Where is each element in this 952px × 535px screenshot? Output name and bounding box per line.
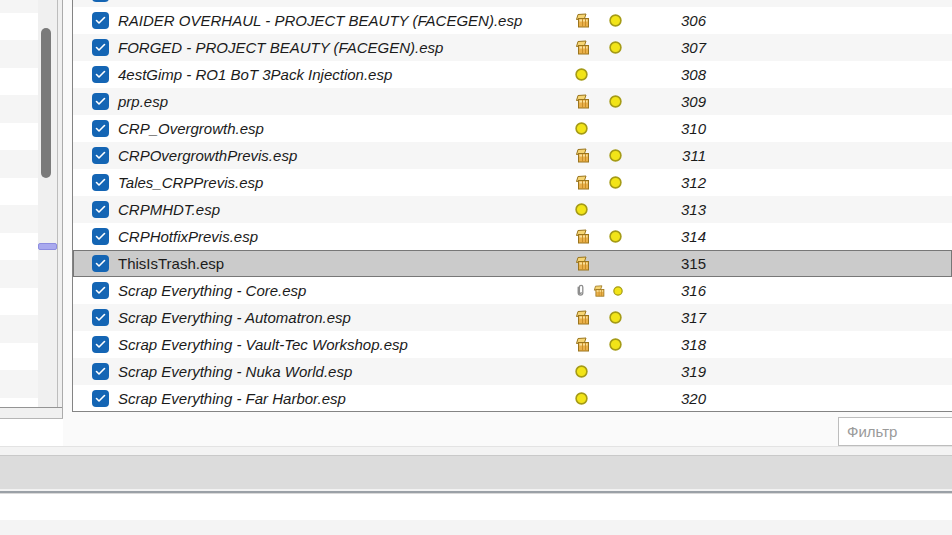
- crate-icon: [593, 285, 606, 297]
- plugin-row[interactable]: CRP_Overgrowth.esp 310: [73, 115, 952, 142]
- plugin-checkbox[interactable]: [92, 390, 109, 407]
- plugin-checkbox[interactable]: [92, 255, 109, 272]
- plugin-priority: 310: [633, 115, 706, 142]
- plugin-row[interactable]: Scrap Everything - Vault-Tec Workshop.es…: [73, 331, 952, 358]
- plugin-row[interactable]: prp.esp 309: [73, 88, 952, 115]
- checkmark-icon: [95, 286, 106, 295]
- plugin-priority: 308: [633, 61, 706, 88]
- plugin-checkbox[interactable]: [92, 93, 109, 110]
- status-bar: [0, 455, 952, 489]
- plugin-checkbox[interactable]: [92, 39, 109, 56]
- plugin-row[interactable]: CRPHotfixPrevis.esp 314: [73, 223, 952, 250]
- plugin-priority: 309: [633, 88, 706, 115]
- checkmark-icon: [95, 97, 106, 106]
- plugin-row[interactable]: ThisIsTrash.esp 315: [73, 250, 952, 277]
- plugin-name: ThisIsTrash.esp: [118, 250, 224, 277]
- checkmark-icon: [95, 340, 106, 349]
- plugin-name: Scrap Everything - Far Harbor.esp: [118, 385, 346, 412]
- plugin-name: Scrap Everything - Nuka World.esp: [118, 358, 352, 385]
- plugin-row[interactable]: CRPOvergrowthPrevis.esp 311: [73, 142, 952, 169]
- coin-icon: [609, 230, 622, 243]
- plugin-checkbox[interactable]: [92, 12, 109, 29]
- plugin-name: prp.esp: [118, 88, 168, 115]
- plugin-flags: [575, 142, 622, 169]
- plugin-checkbox[interactable]: [92, 0, 109, 2]
- plugin-row[interactable]: [73, 0, 952, 7]
- plugin-name: FORGED - PROJECT BEAUTY (FACEGEN).esp: [118, 34, 443, 61]
- crate-icon: [575, 310, 591, 325]
- coin-icon: [609, 95, 622, 108]
- plugin-row[interactable]: CRPMHDT.esp 313: [73, 196, 952, 223]
- checkmark-icon: [95, 43, 106, 52]
- plugin-checkbox[interactable]: [92, 174, 109, 191]
- plugin-row[interactable]: Tales_CRPPrevis.esp 312: [73, 169, 952, 196]
- plugin-row[interactable]: Scrap Everything - Core.esp 316: [73, 277, 952, 304]
- plugin-priority: 313: [633, 196, 706, 223]
- plugin-flags: [575, 223, 622, 250]
- plugin-row[interactable]: RAIDER OVERHAUL - PROJECT BEAUTY (FACEGE…: [73, 7, 952, 34]
- coin-icon: [609, 311, 622, 324]
- plugin-row[interactable]: Scrap Everything - Automatron.esp 317: [73, 304, 952, 331]
- plugin-checkbox[interactable]: [92, 228, 109, 245]
- checkmark-icon: [95, 313, 106, 322]
- plugin-name: Scrap Everything - Automatron.esp: [118, 304, 351, 331]
- crate-icon: [575, 256, 591, 271]
- plugin-checkbox[interactable]: [92, 120, 109, 137]
- plugin-flags: [575, 304, 622, 331]
- coin-icon: [609, 176, 622, 189]
- plugin-flags: [575, 358, 588, 385]
- plugin-filter-input[interactable]: [838, 417, 952, 446]
- plugin-name: Tales_CRPPrevis.esp: [118, 169, 263, 196]
- checkmark-icon: [95, 178, 106, 187]
- bottom-panel: [0, 494, 952, 520]
- plugin-list-pane: RAIDER OVERHAUL - PROJECT BEAUTY (FACEGE…: [63, 0, 952, 447]
- checkmark-icon: [95, 259, 106, 268]
- plugin-row[interactable]: 4estGimp - RO1 BoT 3Pack Injection.esp 3…: [73, 61, 952, 88]
- plugin-flags: [575, 115, 588, 142]
- plugin-priority: 316: [633, 277, 706, 304]
- crate-icon: [575, 175, 591, 190]
- coin-icon: [609, 338, 622, 351]
- checkmark-icon: [95, 394, 106, 403]
- checkmark-icon: [95, 70, 106, 79]
- plugin-checkbox[interactable]: [92, 309, 109, 326]
- crate-icon: [575, 40, 591, 55]
- checkmark-icon: [95, 232, 106, 241]
- checkmark-icon: [95, 367, 106, 376]
- plugin-checkbox[interactable]: [92, 66, 109, 83]
- plugin-priority: 318: [633, 331, 706, 358]
- plugin-priority: 315: [633, 250, 706, 277]
- scrollbar-highlight-marker: [38, 243, 57, 250]
- plugin-name: RAIDER OVERHAUL - PROJECT BEAUTY (FACEGE…: [118, 7, 522, 34]
- plugin-name: Scrap Everything - Core.esp: [118, 277, 306, 304]
- bottom-strip: [0, 520, 952, 535]
- plugin-flags: [575, 169, 622, 196]
- plugin-priority: 314: [633, 223, 706, 250]
- plugin-flags: [575, 88, 622, 115]
- crate-icon: [575, 13, 591, 28]
- plugin-checkbox[interactable]: [92, 147, 109, 164]
- checkmark-icon: [95, 16, 106, 25]
- coin-icon: [609, 149, 622, 162]
- mod-list-pane: [0, 0, 63, 447]
- scrollbar-thumb[interactable]: [41, 28, 51, 178]
- coin-icon: [575, 365, 588, 378]
- plugin-flags: [575, 196, 588, 223]
- crate-icon: [575, 148, 591, 163]
- plugin-row[interactable]: FORGED - PROJECT BEAUTY (FACEGEN).esp 30…: [73, 34, 952, 61]
- plugin-checkbox[interactable]: [92, 363, 109, 380]
- coin-icon: [609, 41, 622, 54]
- mod-manager-window: RAIDER OVERHAUL - PROJECT BEAUTY (FACEGE…: [0, 0, 952, 535]
- checkmark-icon: [95, 151, 106, 160]
- plugin-name: CRPMHDT.esp: [118, 196, 220, 223]
- plugin-priority: 306: [633, 7, 706, 34]
- plugin-checkbox[interactable]: [92, 201, 109, 218]
- plugin-row[interactable]: Scrap Everything - Nuka World.esp 319: [73, 358, 952, 385]
- plugin-checkbox[interactable]: [92, 282, 109, 299]
- mod-filter-input[interactable]: [0, 418, 64, 447]
- plugin-list: RAIDER OVERHAUL - PROJECT BEAUTY (FACEGE…: [72, 0, 952, 412]
- plugin-flags: [575, 331, 622, 358]
- plugin-checkbox[interactable]: [92, 336, 109, 353]
- plugin-row[interactable]: Scrap Everything - Far Harbor.esp 320: [73, 385, 952, 412]
- plugin-name: CRPOvergrowthPrevis.esp: [118, 142, 297, 169]
